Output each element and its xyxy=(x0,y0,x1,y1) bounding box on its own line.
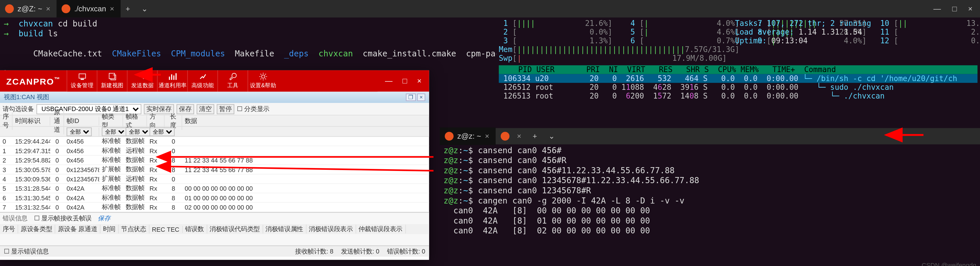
zcan-minimize[interactable]: — xyxy=(381,75,396,87)
cpu-meter: 2 [ 0.0%] xyxy=(499,28,626,36)
zcan-sub-close[interactable]: × xyxy=(417,93,425,101)
htop-row[interactable]: 126512 root 20 0 11088 4628 3916 S 0.0 0… xyxy=(499,83,977,92)
btn-pause[interactable]: 暂停 xyxy=(217,104,234,114)
terminal-br-titlebar: z@z: ~ × × + ⌄ xyxy=(440,128,980,144)
err-header-cell: 仲裁错误段表示 xyxy=(356,225,406,233)
err-header-cell: REC TEC xyxy=(149,226,183,233)
err-save[interactable]: 保存 xyxy=(98,214,110,223)
zcan-filter-bar: 请勾选设备 USBCANFD-200U 设备0 通道1 实时保存 保存 清空 暂… xyxy=(0,103,429,116)
zcan-logo: ZCANPRO™ xyxy=(0,76,67,86)
chk-classify[interactable]: ☐ 分类显示 xyxy=(237,104,269,113)
close-icon[interactable]: × xyxy=(517,132,522,141)
toolbar-advanced[interactable]: 高级功能 xyxy=(188,70,218,92)
cpu-meter: 6 [ 0.7%] xyxy=(626,36,753,45)
filter-dir[interactable]: 全部 xyxy=(150,127,175,136)
tab-label: z@z: ~ xyxy=(457,132,481,141)
ubuntu-icon xyxy=(501,132,509,141)
table-row[interactable]: 515:31:28.54400x42A标准帧数据帧Rx800 00 00 00 … xyxy=(0,184,429,193)
status-tx: 发送帧计数: 0 xyxy=(341,247,379,256)
terminal-line: z@z:~$ cansend can0 456# xyxy=(444,146,976,156)
zcan-sub-restore[interactable]: ❐ xyxy=(406,93,416,101)
tab-label: z@Z: ~ xyxy=(18,4,42,13)
table-row[interactable]: 715:31:32.54400x42A标准帧数据帧Rx802 00 00 00 … xyxy=(0,203,429,212)
htop-panel[interactable]: 1 [|||| 21.6%] 4 [| 4.0%] 7 [|||||||||| … xyxy=(496,17,980,124)
tab-br-1[interactable]: z@z: ~ × xyxy=(440,127,496,145)
filter-id[interactable]: 全部 xyxy=(67,127,92,136)
zcan-subtitle-bar: 视图1:CAN 视图 ❐× xyxy=(0,92,429,103)
status-rx: 接收帧计数: 8 xyxy=(295,247,334,256)
zcan-titlebar[interactable]: ZCANPRO™ 设备管理新建视图发送数据通道利用率高级功能工具设置&帮助 — … xyxy=(0,70,429,92)
terminal-line: z@z:~$ cansend can0 456#11.22.33.44.55.6… xyxy=(444,166,976,176)
terminal-line: can0 42A [8] 02 00 00 00 00 00 00 00 xyxy=(444,226,976,236)
table-row[interactable]: 015:29:44.24400x456标准帧数据帧Rx0 xyxy=(0,137,429,146)
zcan-err-header: 序号原设备类型原设备 原通道时间节点状态REC TEC错误数消极错误代码类型消极… xyxy=(0,224,429,234)
table-row[interactable]: 415:30:09.53600x12345678扩展帧远程帧Rx0 xyxy=(0,174,429,184)
cpu-meter: 11 [ 2.0%] xyxy=(880,28,980,36)
zcan-close[interactable]: × xyxy=(414,75,425,87)
terminal-line: can0 42A [8] 00 00 00 00 00 00 00 00 xyxy=(444,206,976,216)
tab-dropdown[interactable]: ⌄ xyxy=(136,0,154,17)
svg-rect-2 xyxy=(109,73,115,79)
toolbar-send-data[interactable]: 发送数据 xyxy=(127,70,158,92)
new-tab-button[interactable]: + xyxy=(121,0,136,17)
err-header-cell: 原设备 原通道 xyxy=(55,225,100,233)
zcan-statusbar: 显示错误信息 接收帧计数: 8 发送帧计数: 0 错误帧计数: 0 xyxy=(0,245,429,257)
minimize-button[interactable]: — xyxy=(934,4,941,13)
err-header-cell: 消极错误段表示 xyxy=(306,225,356,233)
tab-dropdown[interactable]: ⌄ xyxy=(543,127,561,145)
htop-process-list: 106334 u20 20 0 2616 532 464 S 0.0 0.0 0… xyxy=(499,74,977,101)
err-header-cell: 消极错误属性 xyxy=(263,225,306,233)
status-err: 错误帧计数: 0 xyxy=(387,247,425,256)
cpu-meter: 3 [ 1.3%] xyxy=(499,36,626,45)
toolbar-label: 工具 xyxy=(227,82,239,90)
ubuntu-icon xyxy=(62,4,70,13)
tab-2[interactable]: ./chvxcan × xyxy=(57,0,121,17)
err-header-cell: 消极错误代码类型 xyxy=(207,225,263,233)
toolbar-device-manage[interactable]: 设备管理 xyxy=(67,70,97,92)
close-icon[interactable]: × xyxy=(46,4,50,13)
close-icon[interactable]: × xyxy=(110,4,115,13)
table-row[interactable]: 215:29:54.88200x456标准帧数据帧Rx811 22 33 44 … xyxy=(0,155,429,165)
toolbar-new-view[interactable]: 新建视图 xyxy=(97,70,127,92)
err-header-cell: 序号 xyxy=(0,225,18,233)
toolbar-tools[interactable]: 工具 xyxy=(218,70,248,92)
toolbar-channel-util[interactable]: 通道利用率 xyxy=(157,70,188,92)
zcan-table-body: 015:29:44.24400x456标准帧数据帧Rx0115:29:47.31… xyxy=(0,137,429,212)
status-chk[interactable]: 显示错误信息 xyxy=(4,247,49,256)
htop-row[interactable]: 126513 root 20 0 6200 1572 1408 S 0.0 0.… xyxy=(499,92,977,100)
close-button[interactable]: × xyxy=(968,4,972,13)
terminal-bottom-right[interactable]: z@z:~$ cansend can0 456#z@z:~$ cansend c… xyxy=(440,144,980,238)
err-header-cell: 错误数 xyxy=(183,225,207,233)
err-title: 错误信息 xyxy=(3,214,28,223)
zcan-bottom-panel: 错误信息 显示帧接收丢帧误 保存 序号原设备类型原设备 原通道时间节点状态REC… xyxy=(0,212,429,245)
maximize-button[interactable]: □ xyxy=(952,4,957,13)
cpu-meter: 5 [| 4.6%] xyxy=(626,28,753,36)
close-icon[interactable]: × xyxy=(485,132,489,141)
watermark: CSDN @weifengdq xyxy=(922,262,977,266)
toolbar-label: 高级功能 xyxy=(191,82,214,90)
titlebar: z@Z: ~ × ./chvxcan × + ⌄ — □ × xyxy=(0,0,980,17)
table-row[interactable]: 115:29:47.31500x456标准帧远程帧Rx0 xyxy=(0,146,429,155)
new-tab-button[interactable]: + xyxy=(528,127,543,145)
toolbar-settings-help[interactable]: 设置&帮助 xyxy=(248,70,278,92)
err-header-cell: 原设备类型 xyxy=(18,225,55,233)
btn-clear[interactable]: 清空 xyxy=(197,104,214,114)
tab-1[interactable]: z@Z: ~ × xyxy=(0,0,57,17)
toolbar-label: 设置&帮助 xyxy=(250,82,277,90)
cpu-meter: 10 [|| 13.2%] xyxy=(880,19,980,28)
svg-rect-1 xyxy=(81,79,84,80)
err-header-cell: 时间 xyxy=(100,225,119,233)
toolbar-label: 设备管理 xyxy=(71,82,94,90)
toolbar-label: 新建视图 xyxy=(101,82,124,90)
tab-br-2[interactable]: × xyxy=(496,127,528,145)
svg-rect-0 xyxy=(79,74,86,78)
terminal-line: can0 42A [8] 01 00 00 00 00 00 00 00 xyxy=(444,216,976,226)
table-row[interactable]: 315:30:05.57800x12345678扩展帧数据帧Rx811 22 3… xyxy=(0,165,429,174)
zcan-maximize[interactable]: □ xyxy=(399,75,411,87)
svg-point-3 xyxy=(261,75,264,78)
htop-row[interactable]: 106334 u20 20 0 2616 532 464 S 0.0 0.0 0… xyxy=(499,74,977,83)
desktop: z@Z: ~ × ./chvxcan × + ⌄ — □ × → chvxcan… xyxy=(0,0,980,266)
err-chk[interactable]: 显示帧接收丢帧误 xyxy=(34,214,92,223)
cpu-meter: 1 [|||| 21.6%] xyxy=(499,19,626,28)
table-row[interactable]: 615:31:30.54500x42A标准帧数据帧Rx801 00 00 00 … xyxy=(0,193,429,203)
